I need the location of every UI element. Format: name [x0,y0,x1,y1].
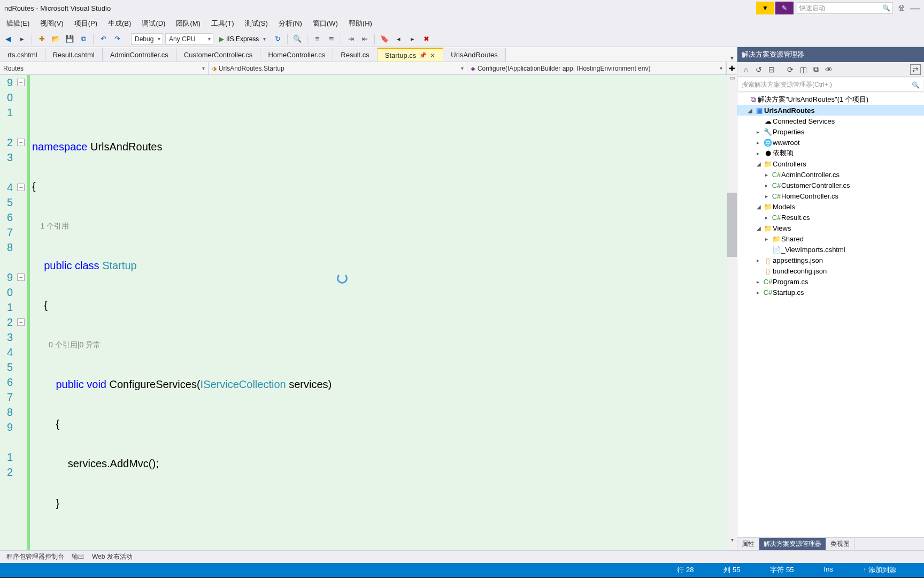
program-cs-file[interactable]: ▸C#Program.cs [737,276,924,287]
refresh-icon[interactable]: ⟳ [785,64,796,75]
controllers-folder[interactable]: ◢📁Controllers [737,158,924,169]
split-handle-icon[interactable]: ▭ [727,75,737,83]
tab-urls-and-routes[interactable]: UrlsAndRoutes [443,48,505,62]
menu-analyze[interactable]: 分析(N) [274,17,306,31]
menu-debug[interactable]: 调试(D) [137,17,170,31]
split-editor-icon[interactable]: ✚ [726,62,737,74]
menu-help[interactable]: 帮助(H) [344,17,376,31]
tab-rts-cshtml[interactable]: rts.cshtml [0,48,45,62]
notification-flag-icon[interactable]: ▼ [756,2,774,14]
outdent-icon[interactable]: ⇤ [359,33,371,45]
views-folder[interactable]: ◢📁Views [737,223,924,233]
nav-project-dropdown[interactable]: Routes▾ [0,62,209,74]
web-publish-tab[interactable]: Web 发布活动 [89,552,136,561]
menu-team[interactable]: 团队(M) [172,17,205,31]
shared-folder[interactable]: ▸📁Shared [737,233,924,244]
comment-icon[interactable]: ≡ [311,33,323,45]
models-folder[interactable]: ◢📁Models [737,201,924,212]
undo-icon[interactable]: ↶ [97,33,109,45]
menu-build[interactable]: 生成(B) [104,17,135,31]
home-icon[interactable]: ⌂ [741,64,751,75]
menu-test[interactable]: 测试(S) [241,17,272,31]
properties-icon[interactable]: ⧉ [811,64,821,75]
save-all-icon[interactable]: ⧉ [78,33,89,45]
fold-icon[interactable]: − [17,79,25,86]
config-dropdown[interactable]: Debug [131,33,163,45]
fold-icon[interactable]: − [17,318,25,326]
appsettings-file[interactable]: ▸{}appsettings.json [737,255,924,265]
new-project-icon[interactable]: ✚ [36,33,48,45]
menu-view[interactable]: 视图(V) [36,17,67,31]
fold-icon[interactable]: − [17,273,25,281]
menu-project[interactable]: 项目(P) [70,17,102,31]
sync-icon[interactable]: ↺ [753,64,764,75]
code-content[interactable]: namespace UrlsAndRoutes { 1 个引用 public c… [30,75,727,550]
browser-refresh-icon[interactable]: ↻ [272,33,283,45]
status-source[interactable]: ↑ 添加到源 [863,565,896,575]
connected-services-node[interactable]: ☁Connected Services [737,116,924,126]
properties-tab[interactable]: 属性 [737,538,759,550]
scroll-thumb[interactable] [727,193,737,257]
dependencies-node[interactable]: ▸⬢依赖项 [737,148,924,158]
bookmark-next-icon[interactable]: ▸ [406,33,418,45]
class-view-tab[interactable]: 类视图 [826,538,854,550]
menu-edit[interactable]: 辑辑(E) [2,17,34,31]
line-gutter: 90123456789012345678912 [0,75,16,550]
wwwroot-node[interactable]: ▸🌐wwwroot [737,137,924,148]
project-node[interactable]: ◢▣UrlsAndRoutes [737,105,924,116]
tab-result-cs[interactable]: Result.cs [333,48,377,62]
sign-in-button[interactable]: 登 [898,4,905,13]
solution-search-input[interactable]: 搜索解决方案资源管理器(Ctrl+;) 🔍 [738,78,923,92]
nav-member-dropdown[interactable]: ◈Configure(IApplicationBuilder app, IHos… [467,62,726,74]
close-tab-icon[interactable]: ✕ [430,52,435,59]
output-tab[interactable]: 输出 [68,552,88,561]
feedback-icon[interactable]: ✎ [775,2,794,14]
properties-node[interactable]: ▸🔧Properties [737,126,924,137]
preview-icon[interactable]: 👁 [823,64,834,75]
viewimports-file[interactable]: 📄_ViewImports.cshtml [737,244,924,255]
find-icon[interactable]: 🔍 [291,33,303,45]
bundleconfig-file[interactable]: {}bundleconfig.json [737,265,924,276]
platform-dropdown[interactable]: Any CPU [165,33,213,45]
bottom-tabs: 程序包管理器控制台 输出 Web 发布活动 [0,550,924,563]
tab-result-cshtml[interactable]: Result.cshtml [45,48,103,62]
pkg-console-tab[interactable]: 程序包管理器控制台 [3,552,67,561]
nav-back-icon[interactable]: ◀ [2,33,14,45]
bookmark-prev-icon[interactable]: ◂ [392,33,404,45]
minimize-icon[interactable]: — [910,3,920,14]
indent-icon[interactable]: ⇥ [345,33,357,45]
home-controller-file[interactable]: ▸C#HomeController.cs [737,191,924,201]
solution-node[interactable]: ⧉解决方案"UrlsAndRoutes"(1 个项目) [737,94,924,105]
quick-launch-input[interactable]: 快速启动 🔍 [797,2,893,14]
tab-customer-controller[interactable]: CustomerController.cs [176,48,261,62]
tab-startup-cs[interactable]: Startup.cs📌✕ [378,48,444,62]
save-icon[interactable]: 💾 [64,33,75,45]
run-button[interactable]: ▶IIS Express▾ [215,33,270,45]
nav-class-dropdown[interactable]: ⬗UrlsAndRoutes.Startup▾ [209,62,467,74]
tab-overflow-icon[interactable]: ▾ [730,54,734,62]
menu-window[interactable]: 窗口(W) [309,17,342,31]
pin-icon[interactable]: 📌 [419,52,427,59]
uncomment-icon[interactable]: ≣ [325,33,337,45]
bookmark-clear-icon[interactable]: ✖ [420,33,432,45]
admin-controller-file[interactable]: ▸C#AdminController.cs [737,169,924,180]
menu-tools[interactable]: 工具(T) [207,17,238,31]
toolbar: ◀ ▸ ✚ 📂 💾 ⧉ ↶ ↷ Debug Any CPU ▶IIS Expre… [0,31,924,47]
view-switch-icon[interactable]: ⇄ [910,64,921,75]
fold-icon[interactable]: − [17,184,25,191]
fold-icon[interactable]: − [17,139,25,146]
result-cs-file[interactable]: ▸C#Result.cs [737,212,924,223]
startup-cs-file[interactable]: ▸C#Startup.cs [737,287,924,298]
collapse-icon[interactable]: ⊟ [766,64,777,75]
nav-fwd-icon[interactable]: ▸ [16,33,28,45]
vertical-scrollbar[interactable]: ▭ ▾ [727,75,737,550]
customer-controller-file[interactable]: ▸C#CustomerController.cs [737,180,924,191]
open-file-icon[interactable]: 📂 [50,33,61,45]
redo-icon[interactable]: ↷ [111,33,123,45]
bookmark-icon[interactable]: 🔖 [379,33,390,45]
tab-admin-controller[interactable]: AdminController.cs [103,48,176,62]
code-editor[interactable]: 90123456789012345678912 − − − − − namesp… [0,75,737,550]
show-all-icon[interactable]: ◫ [798,64,808,75]
solution-explorer-tab[interactable]: 解决方案资源管理器 [759,538,826,550]
tab-home-controller[interactable]: HomeController.cs [260,48,333,62]
